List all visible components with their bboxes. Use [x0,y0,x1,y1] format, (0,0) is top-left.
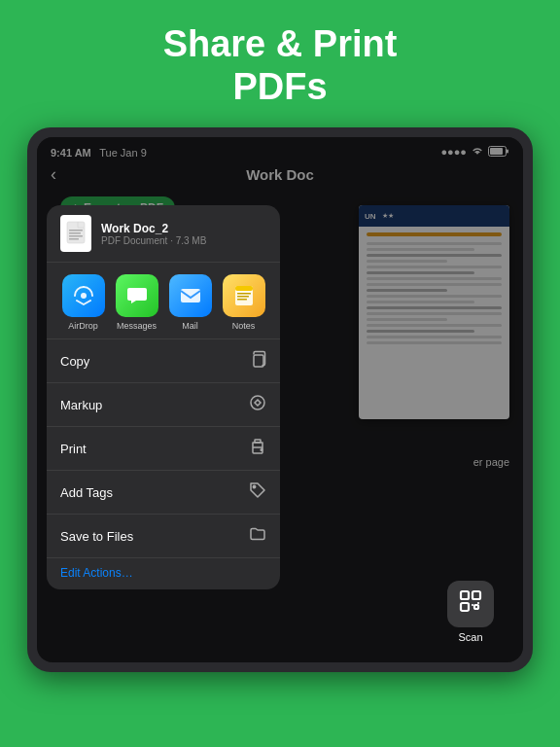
svg-rect-4 [472,591,480,599]
file-info: Work Doc_2 PDF Document · 7.3 MB [101,222,206,246]
edit-actions-button[interactable]: Edit Actions… [47,558,280,589]
tag-icon [249,481,266,503]
print-icon [249,438,266,459]
scan-button-area: Scan [447,581,494,643]
svg-rect-3 [461,591,469,599]
menu-item-add-tags[interactable]: Add Tags [47,471,280,515]
messages-label: Messages [117,321,157,331]
file-icon [60,215,91,252]
menu-item-copy[interactable]: Copy [47,339,280,383]
mail-label: Mail [182,321,198,331]
menu-item-save-files[interactable]: Save to Files [47,515,280,558]
svg-point-22 [251,396,264,409]
mail-icon [169,274,212,317]
folder-icon [249,525,266,547]
save-files-label: Save to Files [60,529,133,544]
header-title: Share & Print PDFs [19,23,541,108]
app-item-notes[interactable]: Notes [223,274,265,331]
app-item-airdrop[interactable]: AirDrop [62,274,105,331]
tablet-frame: 9:41 AM Tue Jan 9 ●●●● [27,127,533,672]
messages-icon [116,274,158,317]
svg-rect-13 [69,238,79,240]
menu-item-print[interactable]: Print [47,427,280,471]
airdrop-icon [62,274,105,317]
svg-rect-17 [237,293,251,295]
notes-label: Notes [232,321,256,331]
tablet-screen: 9:41 AM Tue Jan 9 ●●●● [37,137,523,662]
markup-label: Markup [60,398,102,412]
svg-point-14 [81,293,87,299]
scan-label: Scan [458,631,482,643]
header-title-line1: Share & Print [163,23,398,64]
svg-rect-18 [237,296,249,298]
notes-icon [223,274,265,317]
svg-point-26 [253,486,255,488]
file-icon-inner [66,221,86,247]
header-section: Share & Print PDFs [0,0,560,127]
header-title-line2: PDFs [232,66,327,107]
svg-rect-20 [235,286,253,291]
svg-rect-24 [255,440,261,443]
copy-label: Copy [60,354,89,369]
svg-rect-19 [237,299,247,301]
app-item-mail[interactable]: Mail [169,274,212,331]
share-sheet: Work Doc_2 PDF Document · 7.3 MB [47,205,280,589]
add-tags-label: Add Tags [60,485,113,500]
svg-rect-5 [461,603,469,611]
apps-row: AirDrop Messages [47,263,280,339]
markup-icon [249,394,266,415]
app-item-messages[interactable]: Messages [116,274,158,331]
svg-point-25 [261,449,262,451]
file-name: Work Doc_2 [101,222,206,235]
scan-icon [458,588,483,620]
file-row: Work Doc_2 PDF Document · 7.3 MB [47,205,280,263]
svg-rect-10 [69,230,83,231]
svg-rect-6 [474,605,478,609]
svg-rect-11 [69,232,81,234]
file-meta: PDF Document · 7.3 MB [101,235,206,246]
scan-button[interactable] [447,581,494,627]
print-label: Print [60,442,87,456]
svg-rect-15 [181,289,200,302]
airdrop-label: AirDrop [68,321,98,331]
copy-icon [249,350,266,372]
menu-item-markup[interactable]: Markup [47,383,280,427]
svg-rect-12 [69,235,83,237]
